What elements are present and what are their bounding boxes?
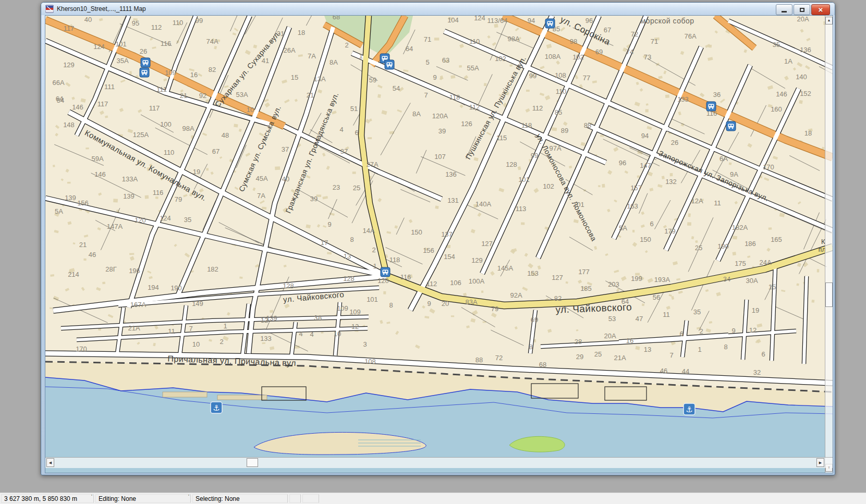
svg-text:100A: 100A: [469, 277, 485, 285]
svg-text:107: 107: [434, 153, 446, 161]
svg-text:116: 116: [400, 273, 411, 281]
horizontal-scroll-thumb[interactable]: [247, 458, 258, 467]
svg-text:128: 128: [283, 282, 294, 290]
close-button[interactable]: [811, 4, 830, 15]
vertical-scrollbar[interactable]: [825, 16, 833, 473]
svg-text:12: 12: [749, 326, 757, 334]
svg-text:7A: 7A: [257, 192, 265, 200]
svg-text:190: 190: [717, 242, 729, 250]
bus-stop-icon[interactable]: [726, 121, 736, 131]
svg-text:124: 124: [474, 16, 485, 22]
minimize-button[interactable]: [776, 4, 792, 15]
svg-text:46: 46: [660, 367, 667, 375]
anchor-icon[interactable]: ⚓: [684, 403, 695, 415]
svg-text:59A: 59A: [91, 155, 103, 163]
svg-text:170: 170: [763, 163, 774, 171]
bus-stop-icon[interactable]: [140, 68, 149, 77]
svg-text:12: 12: [351, 323, 359, 330]
svg-text:25: 25: [353, 184, 360, 192]
svg-text:1: 1: [373, 262, 376, 270]
svg-text:5A: 5A: [619, 224, 627, 232]
svg-text:18: 18: [298, 29, 305, 36]
svg-text:156: 156: [77, 199, 89, 207]
svg-text:109: 109: [337, 304, 348, 312]
svg-text:6: 6: [650, 220, 653, 228]
svg-text:133: 133: [677, 95, 689, 103]
svg-text:110: 110: [164, 149, 175, 156]
svg-text:2: 2: [345, 41, 348, 49]
svg-text:7: 7: [669, 351, 673, 359]
window-title: Kherson10_Street,...,_1111 Map: [57, 5, 146, 13]
svg-text:68: 68: [539, 361, 546, 368]
svg-text:177: 177: [578, 268, 590, 276]
svg-text:4: 4: [299, 330, 302, 338]
maximize-button[interactable]: [794, 4, 810, 15]
svg-text:108A: 108A: [545, 53, 561, 60]
scroll-up-button[interactable]: [825, 17, 833, 24]
svg-text:167A: 167A: [130, 301, 147, 309]
svg-text:6: 6: [679, 330, 683, 338]
svg-text:149: 149: [192, 300, 203, 308]
svg-text:163: 163: [627, 202, 638, 210]
svg-text:47: 47: [636, 315, 643, 323]
svg-text:74A: 74A: [206, 38, 218, 45]
svg-text:28: 28: [575, 338, 582, 346]
svg-text:145A: 145A: [497, 264, 514, 272]
svg-text:139: 139: [123, 192, 135, 200]
svg-text:104: 104: [447, 16, 459, 24]
svg-text:92: 92: [199, 92, 206, 100]
svg-text:1: 1: [223, 322, 227, 330]
svg-text:193A: 193A: [654, 276, 670, 284]
svg-text:165: 165: [771, 236, 782, 243]
svg-text:26: 26: [671, 139, 678, 146]
svg-text:54: 54: [393, 84, 400, 92]
svg-text:21A: 21A: [614, 354, 626, 362]
svg-text:3A: 3A: [314, 314, 322, 322]
scroll-right-button[interactable]: [816, 458, 824, 467]
svg-text:35: 35: [773, 41, 780, 48]
svg-text:136: 136: [800, 46, 811, 54]
svg-text:36: 36: [713, 91, 721, 99]
svg-text:18: 18: [804, 129, 812, 137]
vertical-scroll-thumb[interactable]: [825, 282, 833, 307]
svg-text:150: 150: [411, 228, 422, 236]
svg-text:21: 21: [180, 92, 187, 100]
svg-text:14A: 14A: [362, 227, 374, 235]
svg-text:4: 4: [339, 126, 343, 133]
svg-text:82: 82: [209, 66, 216, 73]
anchor-icon[interactable]: ⚓: [211, 402, 222, 413]
svg-text:139: 139: [65, 194, 76, 202]
svg-text:79: 79: [491, 305, 498, 313]
svg-text:45A: 45A: [255, 175, 267, 182]
svg-text:9: 9: [427, 300, 431, 308]
svg-text:99: 99: [196, 17, 203, 24]
bus-stop-icon[interactable]: [381, 267, 390, 277]
bus-stop-icon[interactable]: [385, 60, 394, 69]
svg-text:8: 8: [350, 236, 353, 243]
horizontal-scrollbar[interactable]: [45, 457, 833, 468]
scroll-left-button[interactable]: [46, 458, 54, 467]
svg-text:25: 25: [695, 244, 702, 252]
svg-text:7A: 7A: [308, 52, 316, 60]
svg-text:136: 136: [445, 170, 457, 178]
svg-text:118: 118: [449, 93, 460, 101]
svg-text:48: 48: [222, 131, 229, 139]
window-titlebar[interactable]: Kherson10_Street,...,_1111 Map: [41, 3, 835, 15]
svg-text:34: 34: [723, 275, 730, 283]
svg-text:64: 64: [621, 298, 629, 305]
svg-text:98A: 98A: [182, 125, 194, 132]
svg-text:82: 82: [554, 294, 562, 302]
svg-text:6: 6: [355, 129, 358, 137]
window-controls: [776, 4, 830, 15]
svg-text:124: 124: [160, 214, 171, 222]
svg-text:99: 99: [529, 72, 536, 80]
svg-text:203: 203: [608, 280, 619, 288]
svg-text:92A: 92A: [510, 291, 522, 299]
bus-stop-icon[interactable]: [706, 102, 716, 111]
bus-stop-icon[interactable]: [545, 19, 555, 28]
map-canvas[interactable]: Коммунальная ул. Комунальна вул.ул. Чайк…: [45, 15, 833, 473]
bus-stop-icon[interactable]: [141, 58, 150, 67]
svg-text:15: 15: [769, 283, 776, 291]
street-map[interactable]: Коммунальная ул. Комунальна вул.ул. Чайк…: [45, 16, 833, 473]
svg-text:101: 101: [115, 40, 127, 48]
